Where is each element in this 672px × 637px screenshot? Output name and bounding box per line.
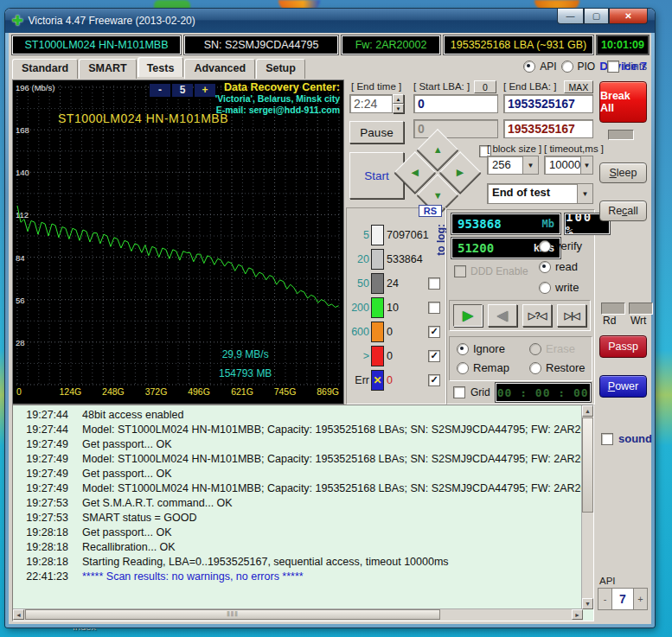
spin-up-icon[interactable]: ▲ xyxy=(393,94,404,104)
ignore-radio[interactable] xyxy=(457,343,469,355)
log-entry: 19:27:53Get S.M.A.R.T. command... OK xyxy=(13,497,581,512)
victoria-window: ✚ Victoria 4.47 Freeware (2013-02-20) — … xyxy=(5,9,655,627)
scan-end-icon: ▷|◁ xyxy=(565,310,579,322)
api-radio[interactable] xyxy=(523,61,535,73)
action-ignore[interactable]: Ignore xyxy=(457,342,505,355)
log-message: Get passport... OK xyxy=(68,438,172,453)
close-button[interactable]: ✕ xyxy=(609,9,648,24)
power-rest: ower xyxy=(615,380,638,392)
hscroll-thumb[interactable]: ⦀⦀⦀ xyxy=(25,609,440,620)
chevron-down-icon[interactable]: ▼ xyxy=(580,156,592,174)
break-all-button[interactable]: Break All xyxy=(599,81,647,123)
pause-button[interactable]: Pause xyxy=(349,121,404,143)
scroll-down-icon[interactable]: ▼ xyxy=(582,598,593,609)
api-plus-button[interactable]: + xyxy=(633,588,648,610)
to-log-checkbox[interactable] xyxy=(428,302,440,314)
sleep-accel: S xyxy=(610,167,617,179)
recall-button[interactable]: Recall xyxy=(599,201,647,221)
pio-radio[interactable] xyxy=(561,61,573,73)
log-message: Get S.M.A.R.T. command... OK xyxy=(68,497,233,512)
hints-checkbox[interactable] xyxy=(607,61,619,73)
drive-firmware-panel: Fw: 2AR20002 xyxy=(342,35,440,54)
scan-question-button[interactable]: ▷?◁ xyxy=(522,304,552,327)
write-radio[interactable] xyxy=(539,282,551,294)
restore-radio[interactable] xyxy=(529,362,541,374)
end-lba-label: [ End LBA: ] xyxy=(503,81,556,92)
to-log-checkbox[interactable]: ✓ xyxy=(428,374,440,386)
mode-read[interactable]: read xyxy=(539,260,578,273)
timeout-dropdown[interactable]: 10000▼ xyxy=(544,156,593,175)
tab-setup[interactable]: Setup xyxy=(256,59,305,79)
write-led xyxy=(629,303,653,315)
remap-radio[interactable] xyxy=(457,362,469,374)
log-message: ***** Scan results: no warnings, no erro… xyxy=(68,570,304,585)
sound-checkbox[interactable] xyxy=(601,433,613,445)
y-tick-label: 140 xyxy=(16,168,29,177)
end-lba-field[interactable]: 1953525167 xyxy=(503,94,593,113)
drc-location: 'Victoria', Belarus, Minsk city xyxy=(215,93,340,105)
progress-mb-value: 953868 xyxy=(452,217,542,231)
stat-label: 20 xyxy=(347,253,369,265)
chevron-down-icon[interactable]: ▼ xyxy=(577,184,592,203)
end-action-dropdown[interactable]: End of test▼ xyxy=(487,183,593,204)
back-button[interactable]: ◀ xyxy=(488,304,517,327)
maximize-button[interactable]: ▢ xyxy=(584,9,609,24)
pio-label: PIO xyxy=(578,61,596,73)
tab-advanced[interactable]: Advanced xyxy=(184,59,255,79)
verify-radio[interactable] xyxy=(539,240,551,252)
action-remap[interactable]: Remap xyxy=(457,361,509,374)
api-minus-button[interactable]: - xyxy=(598,588,612,610)
log-entry: 19:27:53SMART status = GOOD xyxy=(13,512,581,526)
vscroll-thumb[interactable] xyxy=(582,417,593,513)
zoom-plus-button[interactable]: + xyxy=(195,84,215,97)
zoom-minus-button[interactable]: - xyxy=(150,84,170,97)
stat-label: 600 xyxy=(347,326,369,338)
to-log-checkbox[interactable] xyxy=(428,277,440,290)
to-log-checkbox[interactable]: ✓ xyxy=(428,326,440,338)
window-buttons: — ▢ ✕ xyxy=(557,9,648,24)
mode-verify[interactable]: verify xyxy=(539,239,582,252)
sleep-button[interactable]: Sleep xyxy=(599,162,647,183)
progress-mb-display: 953868 Mb xyxy=(451,213,560,234)
scan-question-icon: ▷?◁ xyxy=(528,310,547,322)
log-horizontal-scrollbar[interactable]: ◄ ⦀⦀⦀ ► xyxy=(13,608,583,621)
start-lba-field[interactable]: 0 xyxy=(413,94,498,113)
end-time-field[interactable]: 2:24 xyxy=(349,94,393,113)
power-button[interactable]: Power xyxy=(599,375,647,398)
minimize-button[interactable]: — xyxy=(557,9,584,24)
action-restore[interactable]: Restore xyxy=(529,361,586,374)
remap-label: Remap xyxy=(473,361,509,374)
mode-write[interactable]: write xyxy=(539,281,579,294)
rs-button[interactable]: RS xyxy=(419,205,442,217)
tab-smart[interactable]: SMART xyxy=(79,59,136,79)
tab-standard[interactable]: Standard xyxy=(12,59,78,79)
end-time-label: [ End time ] xyxy=(351,81,401,92)
read-radio[interactable] xyxy=(539,261,551,273)
window-titlebar[interactable]: ✚ Victoria 4.47 Freeware (2013-02-20) — … xyxy=(5,9,655,33)
block-size-value: 256 xyxy=(488,156,522,174)
end-action-value: End of test xyxy=(488,184,577,203)
scroll-left-icon[interactable]: ◄ xyxy=(13,609,24,620)
scan-end-button[interactable]: ▷|◁ xyxy=(557,304,586,327)
grid-checkbox[interactable] xyxy=(453,386,465,398)
tab-tests[interactable]: Tests xyxy=(138,57,184,77)
graph-model-label: ST1000LM024 HN-M101MBB xyxy=(58,111,228,125)
back-icon: ◀ xyxy=(497,308,508,323)
scroll-up-icon[interactable]: ▲ xyxy=(582,405,593,417)
spin-down-icon[interactable]: ▼ xyxy=(393,104,404,113)
stat-color-block: ✕ xyxy=(371,370,384,391)
scroll-right-icon[interactable]: ► xyxy=(572,609,583,620)
end-lba-max-button[interactable]: MAX xyxy=(564,80,593,93)
log-vertical-scrollbar[interactable]: ▲ ▼ xyxy=(581,405,593,609)
zoom-level: 5 xyxy=(172,84,193,97)
end-time-spinner[interactable]: ▲ ▼ xyxy=(393,94,404,113)
play-button[interactable]: ▶ xyxy=(453,304,483,327)
start-lba-zero-button[interactable]: 0 xyxy=(474,80,496,93)
log-entry: 19:27:49Model: ST1000LM024 HN-M101MBB; C… xyxy=(13,453,581,468)
to-log-checkbox[interactable]: ✓ xyxy=(428,350,440,362)
down-arrow-icon: ▼ xyxy=(433,189,443,200)
chevron-down-icon[interactable]: ▼ xyxy=(522,156,538,174)
drive-info-bar: ST1000LM024 HN-M101MBB SN: S2SMJ9CDA4479… xyxy=(12,35,649,54)
block-size-dropdown[interactable]: 256▼ xyxy=(487,156,539,175)
passport-button[interactable]: Passp xyxy=(599,335,647,358)
